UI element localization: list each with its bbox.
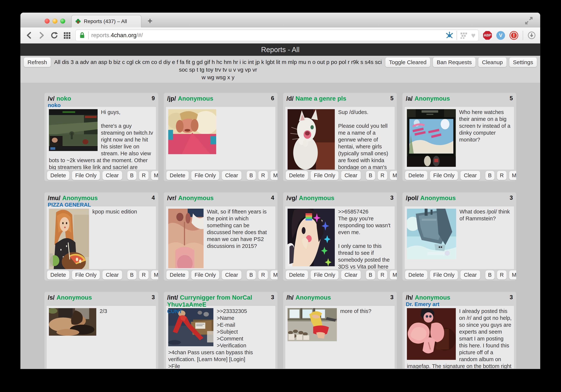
- report-button[interactable]: R: [258, 270, 268, 280]
- thumbnail-image[interactable]: [49, 209, 89, 269]
- alert-extension-icon[interactable]: !: [509, 31, 518, 40]
- report-button[interactable]: R: [139, 270, 149, 280]
- ban-requests-button[interactable]: Ban Requests: [433, 57, 475, 67]
- thumbnail-image[interactable]: [168, 209, 204, 268]
- file-only-button[interactable]: File Only: [311, 270, 338, 280]
- board-list-line2[interactable]: w wg wsg x y: [54, 74, 382, 81]
- delete-button[interactable]: Delete: [286, 270, 308, 280]
- board-link[interactable]: /jp/: [167, 95, 176, 102]
- board-link[interactable]: /v/: [48, 95, 55, 102]
- file-only-button[interactable]: File Only: [72, 270, 100, 280]
- file-only-button[interactable]: File Only: [430, 270, 458, 280]
- mark-button[interactable]: M: [509, 270, 516, 280]
- ban-button[interactable]: B: [485, 171, 495, 180]
- thumbnail-image[interactable]: [407, 109, 456, 167]
- close-window-button[interactable]: [45, 19, 50, 24]
- delete-button[interactable]: Delete: [286, 171, 308, 180]
- file-only-button[interactable]: File Only: [311, 171, 338, 180]
- delete-button[interactable]: Delete: [166, 171, 189, 180]
- refresh-button[interactable]: Refresh: [24, 57, 51, 67]
- report-button[interactable]: R: [497, 171, 507, 180]
- report-card-header: /d/Name a genre pls 5: [283, 93, 397, 107]
- board-list-line1[interactable]: All dis 3 a adv an asp b biz c cgl ck cm…: [54, 58, 382, 74]
- ban-button[interactable]: B: [485, 270, 495, 280]
- report-button[interactable]: R: [258, 171, 268, 180]
- share-extension-icon[interactable]: [445, 31, 453, 39]
- clear-button[interactable]: Clear: [222, 171, 241, 180]
- mark-button[interactable]: M: [151, 171, 158, 180]
- mark-button[interactable]: M: [390, 270, 397, 280]
- ban-button[interactable]: B: [247, 171, 256, 180]
- bookmark-heart-icon[interactable]: ♥: [471, 32, 475, 39]
- thumbnail-image[interactable]: [288, 109, 335, 170]
- board-link[interactable]: /vg/: [286, 195, 297, 201]
- file-only-button[interactable]: File Only: [191, 270, 219, 280]
- ban-button[interactable]: B: [127, 270, 136, 280]
- report-card-body: kpop music edition: [47, 207, 156, 269]
- thumbnail-image[interactable]: [407, 308, 456, 360]
- file-only-button[interactable]: File Only: [72, 171, 100, 180]
- settings-button[interactable]: Settings: [509, 57, 537, 67]
- board-filter-links[interactable]: All dis 3 a adv an asp b biz c cgl ck cm…: [54, 57, 382, 81]
- delete-button[interactable]: Delete: [405, 270, 427, 280]
- clear-button[interactable]: Clear: [341, 270, 361, 280]
- cleanup-button[interactable]: Cleanup: [478, 57, 507, 67]
- zoom-window-button[interactable]: [60, 19, 65, 24]
- thumbnail-image[interactable]: [288, 308, 337, 341]
- clear-button[interactable]: Clear: [341, 171, 361, 180]
- delete-button[interactable]: Delete: [166, 270, 189, 280]
- grid-extension-icon[interactable]: [460, 31, 468, 39]
- delete-button[interactable]: Delete: [47, 270, 69, 280]
- clear-button[interactable]: Clear: [222, 270, 241, 280]
- lock-icon[interactable]: [79, 32, 86, 39]
- thumbnail-image[interactable]: [49, 308, 96, 336]
- mark-button[interactable]: M: [270, 270, 278, 280]
- v-extension-icon[interactable]: V: [496, 31, 505, 40]
- board-link[interactable]: /vr/: [167, 195, 176, 201]
- adblock-plus-extension-icon[interactable]: ABP: [483, 31, 492, 40]
- thumbnail-image[interactable]: [168, 109, 216, 154]
- delete-button[interactable]: Delete: [405, 171, 427, 180]
- minimize-window-button[interactable]: [53, 19, 57, 24]
- file-only-button[interactable]: File Only: [430, 171, 458, 180]
- ban-button[interactable]: B: [366, 171, 375, 180]
- reload-icon[interactable]: [50, 31, 58, 39]
- report-button[interactable]: R: [378, 171, 387, 180]
- board-link[interactable]: /d/: [286, 95, 294, 102]
- mark-button[interactable]: M: [509, 171, 516, 180]
- report-button[interactable]: R: [378, 270, 387, 280]
- toggle-cleared-button[interactable]: Toggle Cleared: [385, 57, 430, 67]
- new-tab-button[interactable]: +: [148, 16, 152, 26]
- clear-button[interactable]: Clear: [102, 171, 122, 180]
- mark-button[interactable]: M: [270, 171, 278, 180]
- mark-button[interactable]: M: [390, 171, 397, 180]
- thumbnail-image[interactable]: [407, 209, 456, 259]
- ban-button[interactable]: B: [127, 171, 136, 180]
- board-link[interactable]: /h/: [286, 294, 294, 301]
- board-link[interactable]: /pol/: [406, 195, 418, 201]
- ban-button[interactable]: B: [366, 270, 375, 280]
- mark-button[interactable]: M: [151, 270, 158, 280]
- clear-button[interactable]: Clear: [102, 270, 122, 280]
- clear-button[interactable]: Clear: [460, 270, 480, 280]
- expand-window-icon[interactable]: [525, 16, 533, 26]
- back-icon[interactable]: [25, 31, 33, 39]
- board-link[interactable]: /h/: [406, 294, 413, 301]
- report-button[interactable]: R: [139, 171, 149, 180]
- file-only-button[interactable]: File Only: [191, 171, 219, 180]
- forward-icon[interactable]: [38, 31, 46, 39]
- ban-button[interactable]: B: [247, 270, 256, 280]
- clear-button[interactable]: Clear: [460, 171, 480, 180]
- browser-tab[interactable]: Reports (437) – All: [71, 15, 141, 27]
- download-icon[interactable]: [528, 31, 536, 39]
- board-link[interactable]: /mu/: [48, 195, 60, 201]
- apps-grid-icon[interactable]: [63, 31, 71, 39]
- board-link[interactable]: /int/: [167, 294, 178, 301]
- url-input[interactable]: reports.4chan.org/#/: [76, 30, 479, 41]
- thumbnail-image[interactable]: [49, 109, 97, 151]
- board-link[interactable]: /s/: [48, 294, 55, 301]
- thumbnail-image[interactable]: [288, 209, 335, 266]
- board-link[interactable]: /a/: [406, 95, 413, 102]
- report-button[interactable]: R: [497, 270, 507, 280]
- delete-button[interactable]: Delete: [47, 171, 69, 180]
